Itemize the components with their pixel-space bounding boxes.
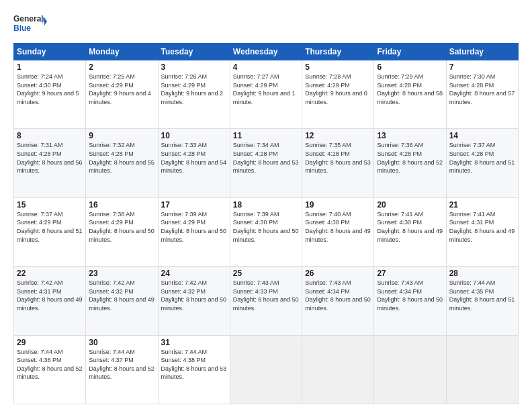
day-number: 25: [233, 269, 299, 278]
calendar-day-cell: 24Sunrise: 7:42 AMSunset: 4:32 PMDayligh…: [158, 267, 230, 335]
logo: General Blue: [13, 11, 47, 36]
calendar-day-cell: 20Sunrise: 7:41 AMSunset: 4:30 PMDayligh…: [374, 197, 446, 266]
svg-text:General: General: [13, 14, 44, 24]
calendar-day-cell: 31Sunrise: 7:44 AMSunset: 4:38 PMDayligh…: [158, 335, 230, 404]
day-info: Sunrise: 7:39 AMSunset: 4:29 PMDaylight:…: [161, 210, 227, 244]
day-info: Sunrise: 7:34 AMSunset: 4:28 PMDaylight:…: [233, 141, 299, 175]
day-number: 8: [17, 131, 83, 140]
day-number: 31: [161, 338, 227, 347]
day-info: Sunrise: 7:43 AMSunset: 4:34 PMDaylight:…: [305, 279, 371, 312]
day-number: 21: [449, 200, 515, 210]
calendar-day-cell: [446, 335, 518, 404]
day-info: Sunrise: 7:42 AMSunset: 4:32 PMDaylight:…: [89, 279, 154, 312]
day-info: Sunrise: 7:40 AMSunset: 4:30 PMDaylight:…: [305, 210, 371, 244]
day-info: Sunrise: 7:37 AMSunset: 4:28 PMDaylight:…: [449, 141, 515, 175]
day-info: Sunrise: 7:28 AMSunset: 4:29 PMDaylight:…: [305, 73, 371, 106]
day-number: 22: [17, 269, 83, 278]
day-number: 15: [17, 200, 83, 210]
svg-text:Blue: Blue: [13, 24, 31, 33]
day-info: Sunrise: 7:39 AMSunset: 4:30 PMDaylight:…: [233, 210, 299, 244]
day-number: 2: [89, 62, 154, 72]
day-number: 3: [161, 62, 227, 72]
calendar-day-header: Monday: [86, 44, 158, 60]
day-info: Sunrise: 7:42 AMSunset: 4:31 PMDaylight:…: [17, 279, 83, 312]
calendar-week-row: 1Sunrise: 7:24 AMSunset: 4:30 PMDaylight…: [14, 60, 519, 129]
page-header: General Blue: [13, 11, 519, 36]
day-info: Sunrise: 7:30 AMSunset: 4:28 PMDaylight:…: [449, 73, 515, 106]
calendar-day-cell: 3Sunrise: 7:26 AMSunset: 4:29 PMDaylight…: [158, 60, 230, 129]
day-number: 12: [305, 131, 371, 140]
day-info: Sunrise: 7:26 AMSunset: 4:29 PMDaylight:…: [161, 73, 227, 106]
calendar-day-header: Thursday: [302, 44, 374, 60]
calendar-day-cell: 8Sunrise: 7:31 AMSunset: 4:28 PMDaylight…: [14, 129, 86, 197]
day-number: 19: [305, 200, 371, 210]
day-number: 17: [161, 200, 227, 210]
calendar-day-cell: [374, 335, 446, 404]
day-number: 26: [305, 269, 371, 278]
day-number: 13: [377, 131, 443, 140]
day-info: Sunrise: 7:42 AMSunset: 4:32 PMDaylight:…: [161, 279, 227, 312]
calendar-day-cell: 12Sunrise: 7:35 AMSunset: 4:28 PMDayligh…: [302, 129, 374, 197]
day-number: 18: [233, 200, 299, 210]
calendar-week-row: 29Sunrise: 7:44 AMSunset: 4:36 PMDayligh…: [14, 335, 519, 404]
calendar-day-header: Wednesday: [230, 44, 302, 60]
calendar-day-cell: 26Sunrise: 7:43 AMSunset: 4:34 PMDayligh…: [302, 267, 374, 335]
calendar-day-cell: [230, 335, 302, 404]
day-info: Sunrise: 7:43 AMSunset: 4:33 PMDaylight:…: [233, 279, 299, 312]
day-number: 5: [305, 62, 371, 72]
day-number: 14: [449, 131, 515, 140]
day-number: 16: [89, 200, 154, 210]
calendar-week-row: 15Sunrise: 7:37 AMSunset: 4:29 PMDayligh…: [14, 197, 519, 266]
day-number: 27: [377, 269, 443, 278]
day-info: Sunrise: 7:44 AMSunset: 4:37 PMDaylight:…: [89, 348, 154, 381]
calendar-day-cell: 4Sunrise: 7:27 AMSunset: 4:29 PMDaylight…: [230, 60, 302, 129]
day-number: 6: [377, 62, 443, 72]
calendar-day-cell: 11Sunrise: 7:34 AMSunset: 4:28 PMDayligh…: [230, 129, 302, 197]
day-number: 1: [17, 62, 83, 72]
calendar-day-cell: 21Sunrise: 7:41 AMSunset: 4:31 PMDayligh…: [446, 197, 518, 266]
day-number: 4: [233, 62, 299, 72]
calendar-day-cell: 29Sunrise: 7:44 AMSunset: 4:36 PMDayligh…: [14, 335, 86, 404]
day-info: Sunrise: 7:35 AMSunset: 4:28 PMDaylight:…: [305, 141, 371, 175]
day-info: Sunrise: 7:29 AMSunset: 4:28 PMDaylight:…: [377, 73, 443, 106]
day-info: Sunrise: 7:41 AMSunset: 4:31 PMDaylight:…: [449, 210, 515, 244]
calendar-day-cell: 18Sunrise: 7:39 AMSunset: 4:30 PMDayligh…: [230, 197, 302, 266]
day-info: Sunrise: 7:44 AMSunset: 4:38 PMDaylight:…: [161, 348, 227, 381]
day-number: 29: [17, 338, 83, 347]
calendar-day-header: Sunday: [14, 44, 86, 60]
calendar-day-cell: 6Sunrise: 7:29 AMSunset: 4:28 PMDaylight…: [374, 60, 446, 129]
calendar-day-cell: 10Sunrise: 7:33 AMSunset: 4:28 PMDayligh…: [158, 129, 230, 197]
day-number: 10: [161, 131, 227, 140]
day-number: 24: [161, 269, 227, 278]
calendar-day-cell: 13Sunrise: 7:36 AMSunset: 4:28 PMDayligh…: [374, 129, 446, 197]
calendar-day-cell: [302, 335, 374, 404]
day-info: Sunrise: 7:44 AMSunset: 4:35 PMDaylight:…: [449, 279, 515, 312]
day-info: Sunrise: 7:43 AMSunset: 4:34 PMDaylight:…: [377, 279, 443, 312]
day-info: Sunrise: 7:36 AMSunset: 4:28 PMDaylight:…: [377, 141, 443, 175]
day-info: Sunrise: 7:37 AMSunset: 4:29 PMDaylight:…: [17, 210, 83, 244]
day-info: Sunrise: 7:25 AMSunset: 4:29 PMDaylight:…: [89, 73, 154, 106]
calendar-day-cell: 14Sunrise: 7:37 AMSunset: 4:28 PMDayligh…: [446, 129, 518, 197]
day-info: Sunrise: 7:32 AMSunset: 4:28 PMDaylight:…: [89, 141, 154, 175]
day-info: Sunrise: 7:41 AMSunset: 4:30 PMDaylight:…: [377, 210, 443, 244]
day-info: Sunrise: 7:44 AMSunset: 4:36 PMDaylight:…: [17, 348, 83, 381]
calendar-day-cell: 22Sunrise: 7:42 AMSunset: 4:31 PMDayligh…: [14, 267, 86, 335]
calendar-day-cell: 16Sunrise: 7:38 AMSunset: 4:29 PMDayligh…: [86, 197, 158, 266]
calendar-day-cell: 5Sunrise: 7:28 AMSunset: 4:29 PMDaylight…: [302, 60, 374, 129]
svg-marker-2: [44, 17, 47, 26]
day-number: 28: [449, 269, 515, 278]
calendar-day-cell: 23Sunrise: 7:42 AMSunset: 4:32 PMDayligh…: [86, 267, 158, 335]
calendar-table: SundayMondayTuesdayWednesdayThursdayFrid…: [13, 43, 519, 404]
calendar-week-row: 8Sunrise: 7:31 AMSunset: 4:28 PMDaylight…: [14, 129, 519, 197]
calendar-day-cell: 15Sunrise: 7:37 AMSunset: 4:29 PMDayligh…: [14, 197, 86, 266]
day-info: Sunrise: 7:27 AMSunset: 4:29 PMDaylight:…: [233, 73, 299, 106]
day-number: 9: [89, 131, 154, 140]
calendar-day-cell: 27Sunrise: 7:43 AMSunset: 4:34 PMDayligh…: [374, 267, 446, 335]
calendar-day-cell: 17Sunrise: 7:39 AMSunset: 4:29 PMDayligh…: [158, 197, 230, 266]
calendar-day-header: Saturday: [446, 44, 518, 60]
calendar-day-cell: 7Sunrise: 7:30 AMSunset: 4:28 PMDaylight…: [446, 60, 518, 129]
day-info: Sunrise: 7:24 AMSunset: 4:30 PMDaylight:…: [17, 73, 83, 106]
day-number: 20: [377, 200, 443, 210]
calendar-day-cell: 9Sunrise: 7:32 AMSunset: 4:28 PMDaylight…: [86, 129, 158, 197]
day-number: 23: [89, 269, 154, 278]
